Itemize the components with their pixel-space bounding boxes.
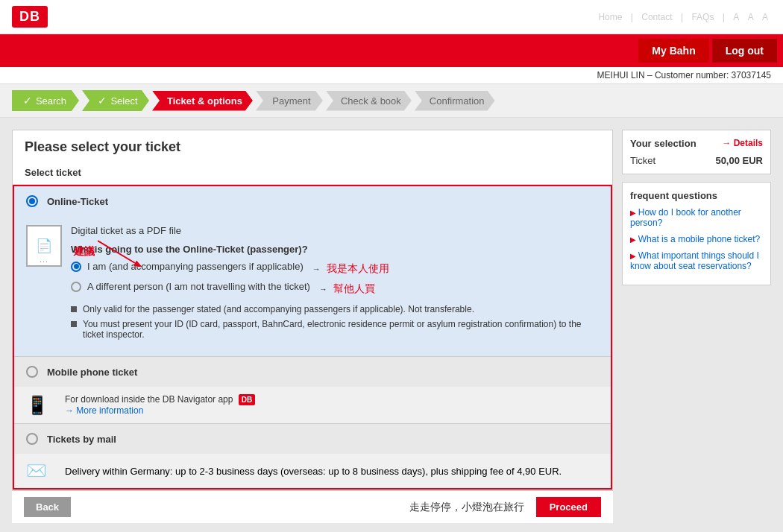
font-size-a1[interactable]: A — [733, 12, 739, 22]
faq-item-3[interactable]: What important things should I know abou… — [630, 250, 763, 271]
font-size-a2[interactable]: A — [748, 12, 754, 22]
customer-info: MEIHUI LIN – Customer number: 37037145 — [597, 70, 771, 80]
your-selection-label: Your selection — [630, 138, 696, 149]
notice-2: You must present your ID (ID card, passp… — [71, 319, 599, 340]
customer-bar: MEIHUI LIN – Customer number: 37037145 — [0, 67, 783, 84]
selection-row: Ticket 50,00 EUR — [630, 155, 763, 166]
top-navigation: DB Home | Contact | FAQs | A A A — [0, 0, 783, 34]
back-button[interactable]: Back — [24, 497, 71, 517]
content-area: Please select your ticket Select ticket … — [12, 130, 613, 490]
suggestion-annotation: 建議 — [74, 237, 142, 267]
notice-bullet-1 — [71, 306, 77, 312]
ticket-description: Digital ticket as a PDF file — [71, 225, 599, 236]
ticket-label: Ticket — [630, 155, 655, 166]
passenger-option-2[interactable]: A different person (I am not travelling … — [71, 281, 310, 292]
ticket-price: 50,00 EUR — [715, 155, 763, 166]
self-use-annotation: 我是本人使用 — [327, 262, 389, 276]
notice-2-text: You must present your ID (ID card, passp… — [83, 319, 599, 340]
mobile-ticket-option: Mobile phone ticket 📱 For download insid… — [14, 357, 611, 424]
buy-for-other-annotation: 幫他人買 — [333, 282, 375, 296]
online-ticket-option: Online-Ticket 📄 Digital ticket as a PDF … — [14, 186, 611, 357]
db-badge: DB — [239, 394, 255, 405]
step-select-label: Select — [110, 95, 137, 107]
details-link[interactable]: → Details — [722, 138, 763, 149]
font-size-a3[interactable]: A — [762, 12, 768, 22]
content-header: Please select your ticket — [13, 130, 612, 167]
page-title: Please select your ticket — [25, 139, 600, 155]
bottom-bar: Back 走走停停，小燈泡在旅行 Proceed — [12, 490, 613, 523]
arrow-right-2: → — [319, 285, 327, 294]
select-ticket-label: Select ticket — [13, 167, 612, 185]
step-search[interactable]: ✓ Search — [12, 90, 79, 111]
mybahn-button[interactable]: My Bahn — [638, 39, 708, 63]
checkmark-select: ✓ — [98, 95, 107, 107]
online-ticket-title: Online-Ticket — [47, 196, 108, 207]
bottom-right: 走走停停，小燈泡在旅行 Proceed — [409, 497, 601, 517]
mail-ticket-detail: ✉️ Delivery within Germany: up to 2-3 bu… — [14, 454, 611, 488]
faq-item-1[interactable]: How do I book for another person? — [630, 207, 763, 228]
mobile-ticket-detail: 📱 For download inside the DB Navigator a… — [14, 387, 611, 423]
step-ticket-options[interactable]: Ticket & options — [152, 91, 253, 111]
progress-bar: ✓ Search ✓ Select Ticket & options Payme… — [0, 84, 783, 118]
proceed-button[interactable]: Proceed — [536, 497, 601, 517]
watermark-text: 走走停停，小燈泡在旅行 — [409, 501, 524, 514]
passenger-option-2-row: A different person (I am not travelling … — [71, 281, 599, 297]
faqs-link[interactable]: FAQs — [691, 12, 714, 22]
arrow-right-1: → — [312, 265, 321, 273]
step-payment[interactable]: Payment — [256, 91, 323, 111]
step-check-book-label: Check & book — [341, 95, 401, 107]
ticket-info: Digital ticket as a PDF file Who is goin… — [71, 225, 599, 344]
mail-ticket-header[interactable]: Tickets by mail — [14, 424, 611, 454]
mobile-ticket-title: Mobile phone ticket — [47, 367, 137, 378]
svg-line-1 — [98, 241, 135, 263]
suggestion-text: 建議 — [74, 245, 95, 259]
mail-ticket-radio[interactable] — [26, 433, 38, 445]
mobile-ticket-header[interactable]: Mobile phone ticket — [14, 357, 611, 387]
step-search-label: Search — [36, 95, 66, 107]
pdf-ticket-icon: 📄 — [26, 225, 62, 267]
logout-button[interactable]: Log out — [712, 39, 777, 63]
suggestion-arrow-svg — [98, 237, 142, 267]
mobile-ticket-radio[interactable] — [26, 366, 38, 378]
step-payment-label: Payment — [272, 95, 310, 107]
main-content: Please select your ticket Select ticket … — [0, 118, 783, 532]
passenger-option-1-row: I am (and accompanying passengers if app… — [71, 261, 599, 276]
ticket-options: Online-Ticket 📄 Digital ticket as a PDF … — [13, 185, 612, 490]
contact-link[interactable]: Contact — [641, 12, 672, 22]
online-ticket-radio[interactable] — [26, 195, 38, 207]
more-info-link[interactable]: → More information — [65, 405, 143, 416]
content-wrapper: Please select your ticket Select ticket … — [12, 130, 613, 523]
mail-ticket-option: Tickets by mail ✉️ Delivery within Germa… — [14, 424, 611, 488]
mail-description: Delivery within Germany: up to 2-3 busin… — [65, 466, 562, 477]
step-check-book[interactable]: Check & book — [326, 91, 412, 111]
step-ticket-label: Ticket & options — [167, 95, 242, 107]
faq-item-2[interactable]: What is a mobile phone ticket? — [630, 234, 763, 244]
notice-1-text: Only valid for the passenger stated (and… — [83, 304, 474, 314]
notice-bullet-2 — [71, 321, 77, 327]
mobile-info: For download inside the DB Navigator app… — [65, 394, 255, 416]
online-ticket-header[interactable]: Online-Ticket — [14, 186, 611, 216]
mobile-description: For download inside the DB Navigator app… — [65, 394, 255, 405]
db-logo: DB — [12, 6, 48, 28]
passenger-radio-2[interactable] — [71, 282, 81, 292]
faq-title: frequent questions — [630, 190, 763, 201]
selection-box: Your selection → Details Ticket 50,00 EU… — [622, 130, 771, 174]
notice-items: Only valid for the passenger stated (and… — [71, 304, 599, 340]
faq-box: frequent questions How do I book for ano… — [622, 182, 771, 285]
step-confirmation[interactable]: Confirmation — [415, 91, 495, 111]
checkmark-search: ✓ — [23, 95, 32, 107]
mail-icon: ✉️ — [26, 461, 56, 481]
passenger-question: Who is going to use the Online-Ticket (p… — [71, 244, 599, 255]
sidebar: Your selection → Details Ticket 50,00 EU… — [622, 130, 771, 523]
step-select[interactable]: ✓ Select — [82, 90, 149, 111]
mobile-icon: 📱 — [26, 395, 56, 416]
mail-ticket-title: Tickets by mail — [47, 434, 116, 445]
top-links: Home | Contact | FAQs | A A A — [595, 12, 771, 22]
notice-1: Only valid for the passenger stated (and… — [71, 304, 599, 314]
passenger-option-2-label: A different person (I am not travelling … — [87, 281, 310, 292]
step-confirmation-label: Confirmation — [430, 95, 485, 107]
home-link[interactable]: Home — [598, 12, 622, 22]
header-bar: My Bahn Log out — [0, 34, 783, 67]
selection-title: Your selection → Details — [630, 138, 763, 149]
mail-info: Delivery within Germany: up to 2-3 busin… — [65, 466, 562, 477]
